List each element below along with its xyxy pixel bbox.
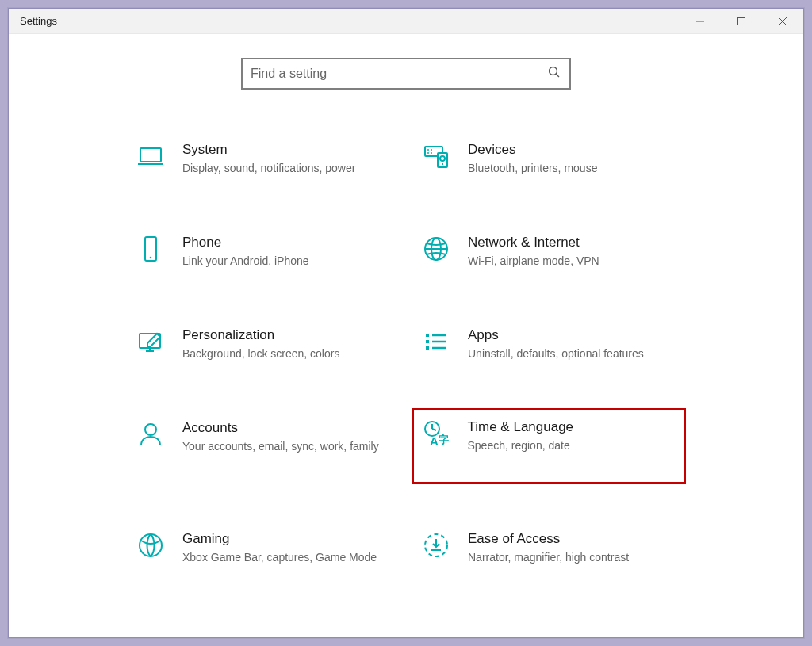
tile-personalization[interactable]: Personalization Background, lock screen,…	[128, 318, 398, 371]
phone-icon	[136, 235, 165, 263]
tile-title: Time & Language	[468, 419, 676, 435]
tile-devices[interactable]: Devices Bluetooth, printers, mouse	[414, 132, 684, 185]
tile-subtitle: Display, sound, notifications, power	[182, 161, 390, 176]
svg-rect-6	[140, 148, 161, 162]
svg-line-5	[556, 74, 559, 77]
svg-point-17	[150, 257, 152, 259]
tile-subtitle: Xbox Game Bar, captures, Game Mode	[182, 550, 390, 565]
search-input[interactable]	[251, 67, 547, 81]
tile-gaming[interactable]: Gaming Xbox Game Bar, captures, Game Mod…	[128, 522, 398, 575]
minimize-button[interactable]	[680, 9, 721, 34]
window-controls	[680, 9, 803, 34]
tile-subtitle: Bluetooth, printers, mouse	[468, 161, 676, 176]
system-icon	[136, 142, 165, 170]
tile-network[interactable]: Network & Internet Wi-Fi, airplane mode,…	[414, 225, 684, 278]
tile-subtitle: Your accounts, email, sync, work, family	[182, 439, 390, 454]
svg-rect-28	[426, 346, 429, 350]
tile-title: System	[182, 142, 390, 158]
search-box[interactable]	[241, 58, 571, 90]
tile-subtitle: Background, lock screen, colors	[182, 346, 390, 361]
minimize-icon	[695, 17, 705, 26]
globe-icon	[422, 235, 450, 263]
tile-apps[interactable]: Apps Uninstall, defaults, optional featu…	[414, 318, 684, 371]
svg-point-11	[427, 152, 429, 154]
tile-title: Accounts	[182, 420, 390, 436]
tile-subtitle: Link your Android, iPhone	[182, 254, 390, 269]
svg-line-33	[432, 429, 436, 430]
svg-point-10	[431, 149, 432, 151]
tile-subtitle: Narrator, magnifier, high contrast	[468, 550, 676, 565]
close-button[interactable]	[762, 9, 803, 34]
search-icon	[547, 65, 561, 82]
svg-point-30	[145, 424, 156, 435]
svg-point-9	[427, 149, 429, 151]
svg-point-12	[431, 152, 432, 154]
svg-point-36	[140, 534, 162, 556]
tile-ease-of-access[interactable]: Ease of Access Narrator, magnifier, high…	[414, 522, 684, 575]
close-icon	[778, 17, 787, 26]
settings-window: Settings	[8, 8, 804, 638]
tile-subtitle: Speech, region, date	[468, 438, 676, 453]
svg-rect-1	[738, 18, 745, 25]
tile-title: Network & Internet	[468, 235, 676, 250]
svg-rect-24	[426, 334, 429, 337]
tile-title: Apps	[468, 327, 676, 343]
tile-system[interactable]: System Display, sound, notifications, po…	[128, 132, 398, 185]
tile-accounts[interactable]: Accounts Your accounts, email, sync, wor…	[128, 411, 398, 482]
maximize-button[interactable]	[721, 9, 762, 34]
search-area	[241, 58, 571, 90]
ease-of-access-icon	[422, 531, 450, 560]
gaming-icon	[136, 531, 165, 560]
tile-phone[interactable]: Phone Link your Android, iPhone	[128, 225, 398, 278]
tile-title: Gaming	[182, 531, 390, 547]
personalization-icon	[136, 327, 165, 356]
tile-title: Ease of Access	[468, 531, 676, 547]
tile-subtitle: Uninstall, defaults, optional features	[468, 346, 676, 361]
accounts-icon	[136, 420, 165, 449]
devices-icon	[422, 142, 450, 170]
svg-rect-26	[426, 340, 429, 343]
svg-text:字: 字	[439, 434, 449, 445]
apps-icon	[422, 327, 450, 356]
tile-title: Personalization	[182, 327, 390, 343]
settings-grid: System Display, sound, notifications, po…	[128, 132, 684, 574]
maximize-icon	[737, 17, 746, 26]
tile-subtitle: Wi-Fi, airplane mode, VPN	[468, 254, 676, 269]
window-title: Settings	[20, 15, 57, 27]
svg-point-15	[442, 163, 443, 165]
tile-title: Phone	[182, 235, 390, 250]
svg-text:A: A	[430, 434, 439, 448]
svg-point-4	[550, 67, 557, 75]
content-area: System Display, sound, notifications, po…	[9, 34, 803, 637]
tile-title: Devices	[468, 142, 676, 158]
tile-time-language[interactable]: A 字 Time & Language Speech, region, date	[412, 408, 686, 484]
time-language-icon: A 字	[422, 419, 450, 448]
titlebar: Settings	[9, 9, 803, 34]
